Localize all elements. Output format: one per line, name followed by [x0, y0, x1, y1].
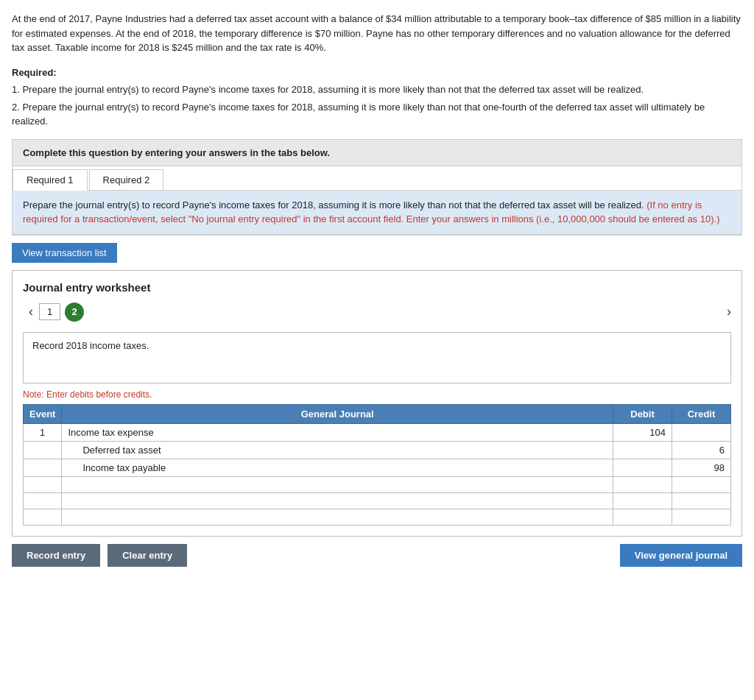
credit-header: Credit [672, 404, 731, 423]
page-1-button[interactable]: 1 [39, 303, 60, 320]
event-cell-3 [24, 459, 62, 476]
debit-header: Debit [613, 404, 672, 423]
table-row: Income tax payable 98 [24, 459, 731, 476]
account-cell-1[interactable]: Income tax expense [62, 423, 613, 441]
tab-required-2[interactable]: Required 2 [89, 169, 164, 190]
journal-table: Event General Journal Debit Credit 1 Inc… [23, 404, 731, 526]
transaction-desc-text: Record 2018 income taxes. [32, 340, 149, 351]
tabs-row: Required 1 Required 2 [13, 166, 741, 191]
credit-cell-6[interactable] [672, 509, 731, 525]
worksheet-box: Journal entry worksheet ‹ 1 2 › Record 2… [12, 270, 742, 537]
table-row: Deferred tax asset 6 [24, 441, 731, 459]
tabs-container: Required 1 Required 2 Prepare the journa… [12, 166, 742, 236]
worksheet-title: Journal entry worksheet [23, 281, 731, 294]
debit-cell-2[interactable] [613, 441, 672, 459]
account-cell-5[interactable] [62, 492, 613, 509]
table-row [24, 476, 731, 492]
tab-required-1[interactable]: Required 1 [13, 169, 88, 191]
record-entry-button[interactable]: Record entry [12, 544, 100, 567]
credit-cell-5[interactable] [672, 492, 731, 509]
view-transaction-button[interactable]: View transaction list [12, 243, 117, 263]
nav-row: ‹ 1 2 › [23, 303, 731, 322]
bottom-buttons-area: Record entry Clear entry View general jo… [12, 544, 742, 567]
required-label: Required: [12, 66, 742, 80]
problem-paragraph: At the end of 2017, Payne Industries had… [12, 12, 742, 55]
credit-cell-4[interactable] [672, 476, 731, 492]
debit-cell-1[interactable]: 104 [613, 423, 672, 441]
debit-cell-4[interactable] [613, 476, 672, 492]
tab-normal-text: Prepare the journal entry(s) to record P… [23, 199, 644, 211]
credit-cell-3[interactable]: 98 [672, 459, 731, 476]
clear-entry-button[interactable]: Clear entry [108, 544, 187, 567]
account-cell-4[interactable] [62, 476, 613, 492]
event-header: Event [24, 404, 62, 423]
tab-content: Prepare the journal entry(s) to record P… [13, 191, 741, 235]
transaction-description: Record 2018 income taxes. [23, 332, 731, 383]
account-cell-3[interactable]: Income tax payable [62, 459, 613, 476]
table-row: 1 Income tax expense 104 [24, 423, 731, 441]
event-cell-2 [24, 441, 62, 459]
debit-cell-6[interactable] [613, 509, 672, 525]
event-cell-5 [24, 492, 62, 509]
table-header-row: Event General Journal Debit Credit [24, 404, 731, 423]
event-cell-1: 1 [24, 423, 62, 441]
event-cell-6 [24, 509, 62, 525]
debit-credit-note: Note: Enter debits before credits. [23, 389, 731, 400]
req2-text: 2. Prepare the journal entry(s) to recor… [12, 100, 742, 129]
table-row [24, 509, 731, 525]
problem-text: At the end of 2017, Payne Industries had… [12, 12, 742, 55]
debit-cell-3[interactable] [613, 459, 672, 476]
account-cell-2[interactable]: Deferred tax asset [62, 441, 613, 459]
req1-text: 1. Prepare the journal entry(s) to recor… [12, 82, 742, 97]
instruction-box: Complete this question by entering your … [12, 139, 742, 166]
page-2-button[interactable]: 2 [65, 303, 84, 322]
instruction-text: Complete this question by entering your … [23, 147, 330, 158]
prev-page-arrow[interactable]: ‹ [23, 303, 39, 321]
required-section: Required: 1. Prepare the journal entry(s… [12, 66, 742, 129]
account-cell-6[interactable] [62, 509, 613, 525]
event-cell-4 [24, 476, 62, 492]
view-general-journal-button[interactable]: View general journal [620, 544, 742, 567]
credit-cell-1[interactable] [672, 423, 731, 441]
view-transaction-area: View transaction list [12, 236, 742, 270]
general-journal-header: General Journal [62, 404, 613, 423]
next-page-arrow[interactable]: › [727, 304, 731, 319]
table-row [24, 492, 731, 509]
debit-cell-5[interactable] [613, 492, 672, 509]
credit-cell-2[interactable]: 6 [672, 441, 731, 459]
